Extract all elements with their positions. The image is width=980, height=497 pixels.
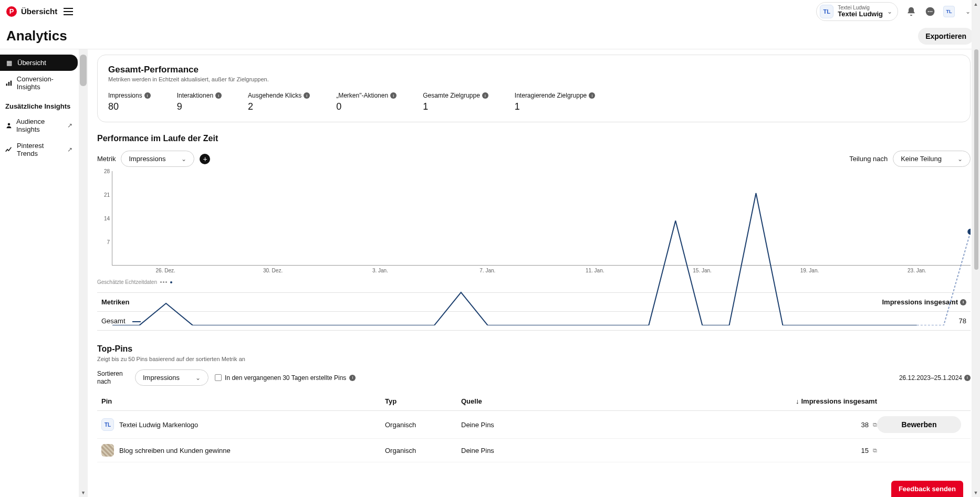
main-content: Gesamt-Performance Metriken werden in Ec… [88, 49, 980, 497]
main-scrollbar[interactable] [974, 49, 979, 497]
sort-select[interactable]: Impressions ⌄ [135, 369, 208, 386]
trend-icon [5, 146, 13, 154]
mini-avatar-icon[interactable]: TL [943, 6, 955, 17]
metric-item: Ausgehende Klicksi2 [248, 92, 310, 112]
account-name: Textei Ludwig [838, 10, 883, 18]
col-impressions[interactable]: ↓ Impressions insgesamt [788, 397, 877, 405]
nav-pinterest-trends[interactable]: Pinterest Trends ↗ [0, 138, 78, 162]
svg-point-1 [928, 10, 929, 12]
time-section-title: Performance im Laufe der Zeit [97, 134, 971, 143]
metric-value: 1 [423, 101, 488, 112]
export-button[interactable]: Exportieren [918, 28, 974, 45]
nav-label: Audience Insights [16, 118, 63, 133]
add-metric-button[interactable]: + [200, 154, 210, 164]
svg-point-8 [967, 229, 971, 235]
metric-label-text: „Merken"-Aktionen [336, 92, 388, 99]
sort-label: Sortieren nach [97, 370, 129, 385]
split-label: Teilung nach [849, 155, 888, 163]
last-30-days-checkbox[interactable]: In den vergangenen 30 Tagen erstellte Pi… [215, 374, 356, 382]
x-tick-label: 23. Jan. [908, 268, 926, 273]
info-icon[interactable]: i [964, 375, 971, 381]
metric-label-text: Interagierende Zielgruppe [515, 92, 587, 99]
info-icon[interactable]: i [482, 92, 488, 99]
sidebar: ▦ Übersicht Conversion-Insights Zusätzli… [0, 49, 79, 497]
metric-item: „Merken"-Aktioneni0 [336, 92, 397, 112]
feedback-button[interactable]: Feedback senden [891, 481, 963, 497]
info-icon[interactable]: i [589, 92, 595, 99]
pin-impressions: 15 [861, 447, 869, 454]
info-icon[interactable]: i [349, 375, 356, 381]
select-value: Keine Teilung [901, 155, 942, 163]
metric-label-text: Impressions [108, 92, 142, 99]
svg-point-2 [930, 10, 931, 12]
select-value: Impressions [143, 374, 180, 382]
sidebar-scrollbar[interactable]: ▼ [79, 49, 88, 497]
info-icon[interactable]: i [215, 92, 222, 99]
nav-label: Übersicht [17, 59, 46, 67]
pin-source: Deine Pins [461, 447, 788, 454]
pin-source: Deine Pins [461, 421, 788, 429]
info-icon[interactable]: i [304, 92, 310, 99]
svg-point-3 [931, 10, 932, 12]
col-quelle: Quelle [461, 397, 788, 405]
x-tick-label: 19. Jan. [800, 268, 819, 273]
metric-select[interactable]: Impressions ⌄ [121, 151, 194, 167]
pin-thumbnail-icon [101, 444, 114, 457]
x-tick-label: 7. Jan. [479, 268, 495, 273]
table-row[interactable]: TL Textei Ludwig Markenlogo Organisch De… [97, 411, 971, 439]
promote-button[interactable]: Bewerben [877, 416, 961, 433]
external-link-icon: ↗ [67, 146, 72, 153]
col-typ: Typ [385, 397, 461, 405]
svg-rect-4 [6, 83, 7, 86]
copy-icon[interactable]: ⧉ [873, 447, 877, 454]
info-icon[interactable]: i [390, 92, 397, 99]
metric-label-text: Ausgehende Klicks [248, 92, 301, 99]
info-icon[interactable]: i [144, 92, 151, 99]
y-tick-label: 7 [107, 239, 110, 245]
chevron-down-icon: ⌄ [957, 155, 963, 163]
sidebar-extra-heading: Zusätzliche Insights [0, 95, 79, 113]
nav-audience-insights[interactable]: Audience Insights ↗ [0, 113, 78, 138]
pinterest-logo-icon[interactable]: P [6, 6, 17, 17]
chevron-down-icon: ⌄ [181, 155, 186, 163]
bell-icon[interactable] [905, 6, 917, 17]
nav-label: Conversion-Insights [17, 75, 72, 91]
pin-thumbnail-icon: TL [101, 418, 114, 431]
x-tick-label: 3. Jan. [372, 268, 388, 273]
svg-rect-6 [11, 80, 12, 86]
top-pins-subtitle: Zeigt bis zu 50 Pins basierend auf der s… [97, 356, 971, 362]
chevron-down-icon: ⌄ [887, 8, 892, 15]
nav-overview[interactable]: ▦ Übersicht [0, 55, 78, 71]
account-avatar-icon: TL [820, 5, 833, 18]
metric-value: 9 [177, 101, 222, 112]
x-tick-label: 30. Dez. [263, 268, 283, 273]
chevron-down-icon: ⌄ [195, 374, 201, 382]
col-pin: Pin [101, 397, 385, 405]
scrollbar-thumb[interactable] [80, 55, 87, 86]
menu-icon[interactable] [64, 8, 73, 15]
pin-impressions: 38 [861, 421, 869, 429]
date-range: 26.12.2023–25.1.2024 i [899, 374, 971, 382]
chat-icon[interactable] [924, 6, 936, 17]
checkbox-icon[interactable] [215, 374, 222, 381]
account-switcher[interactable]: TL Textei Ludwig Textei Ludwig ⌄ [816, 2, 898, 21]
metric-item: Interaktioneni9 [177, 92, 222, 112]
pin-name: Blog schreiben und Kunden gewinne [119, 447, 231, 454]
total-performance-card: Gesamt-Performance Metriken werden in Ec… [97, 55, 971, 122]
person-icon [5, 122, 12, 130]
nav-conversion-insights[interactable]: Conversion-Insights [0, 71, 78, 95]
x-tick-label: 26. Dez. [156, 268, 175, 273]
scroll-up-arrow[interactable]: ▲ [972, 0, 980, 8]
metric-label-text: Gesamte Zielgruppe [423, 92, 480, 99]
scroll-down-arrow[interactable]: ▼ [79, 489, 88, 497]
copy-icon[interactable]: ⧉ [873, 421, 877, 428]
metric-item: Gesamte Zielgruppei1 [423, 92, 488, 112]
header-title: Übersicht [21, 7, 57, 16]
split-select[interactable]: Keine Teilung ⌄ [893, 151, 971, 167]
nav-label: Pinterest Trends [17, 142, 63, 157]
scrollbar-thumb[interactable] [974, 49, 978, 270]
grid-icon: ▦ [5, 59, 13, 67]
x-tick-label: 15. Jan. [693, 268, 712, 273]
table-row[interactable]: Blog schreiben und Kunden gewinne Organi… [97, 439, 971, 462]
y-tick-label: 28 [104, 168, 110, 174]
